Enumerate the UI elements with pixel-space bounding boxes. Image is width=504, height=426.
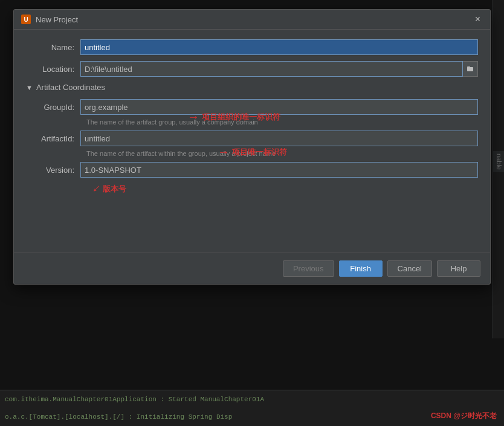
dialog-close-button[interactable]: × (473, 15, 483, 24)
section-title-text: Artifact Coordinates (36, 83, 105, 92)
artifactid-label: ArtifactId: (26, 134, 80, 143)
bottom-status-bar: com.itheima.ManualChapter01Application :… (0, 390, 504, 426)
dialog-app-icon: U (21, 15, 31, 24)
dialog-title-text: New Project (36, 15, 78, 24)
name-label: Name: (26, 43, 80, 52)
cancel-button[interactable]: Cancel (387, 260, 432, 277)
bottom-bar-text-2: o.a.c.[Tomcat].[localhost].[/] : Initial… (5, 413, 232, 421)
groupid-hint: The name of the artifact group, usually … (86, 118, 478, 126)
location-row: Location: (26, 61, 478, 77)
dialog-title-bar: U New Project × (14, 10, 490, 30)
artifactid-hint: The name of the artifact within the grou… (86, 150, 478, 157)
svg-rect-0 (467, 67, 473, 71)
dialog-overlay: U New Project × Name: Location: (0, 0, 504, 390)
name-input[interactable] (80, 39, 478, 55)
dialog-body: Name: Location: ▼ (14, 30, 490, 204)
location-label: Location: (26, 65, 80, 74)
name-row: Name: (26, 39, 478, 55)
help-button[interactable]: Help (437, 260, 480, 277)
groupid-row: GroupId: (26, 99, 478, 115)
location-browse-button[interactable] (463, 61, 478, 77)
finish-button[interactable]: Finish (339, 260, 383, 277)
new-project-dialog: U New Project × Name: Location: (13, 9, 491, 285)
location-field-group (80, 61, 478, 77)
version-label: Version: (26, 166, 80, 175)
version-annotation-text: 版本号 (103, 184, 126, 193)
dialog-footer: Previous Finish Cancel Help (14, 253, 490, 284)
groupid-input[interactable] (80, 99, 478, 115)
version-row: Version: (26, 162, 478, 178)
artifact-coordinates-section: ▼ Artifact Coordinates (26, 83, 478, 92)
version-input[interactable] (80, 162, 478, 178)
artifactid-input[interactable] (80, 131, 478, 146)
dialog-title-left: U New Project (21, 15, 78, 24)
groupid-label: GroupId: (26, 103, 80, 112)
svg-rect-1 (467, 66, 470, 68)
csdn-watermark: CSDN @ジ时光不老 (431, 411, 497, 421)
bottom-bar-text-1: com.itheima.ManualChapter01Application :… (5, 396, 264, 403)
version-annotation-arrow: ↙ (92, 184, 103, 193)
location-input[interactable] (80, 61, 463, 77)
folder-icon (467, 65, 474, 73)
artifactid-row: ArtifactId: (26, 131, 478, 146)
bottom-bar-row-2: o.a.c.[Tomcat].[localhost].[/] : Initial… (0, 408, 504, 427)
version-annotation-row: ↙ 版本号 (92, 184, 478, 195)
bottom-bar-row-1: com.itheima.ManualChapter01Application :… (0, 390, 504, 408)
section-toggle-icon[interactable]: ▼ (26, 84, 33, 91)
previous-button[interactable]: Previous (283, 260, 334, 277)
